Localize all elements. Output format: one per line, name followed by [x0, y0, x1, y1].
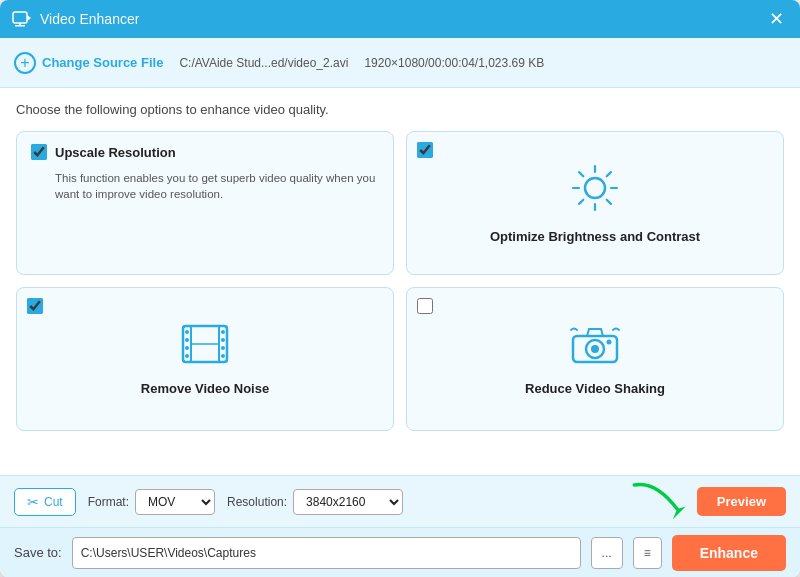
video-enhancer-window: Video Enhancer ✕ + Change Source File C:… — [0, 0, 800, 577]
checkbox-shake[interactable] — [417, 298, 433, 314]
change-source-label: Change Source File — [42, 55, 163, 70]
svg-point-23 — [221, 354, 225, 358]
svg-line-11 — [607, 172, 611, 176]
browse-folder-button[interactable]: ... — [591, 537, 623, 569]
svg-rect-0 — [13, 12, 27, 23]
checkbox-noise[interactable] — [27, 298, 43, 314]
checkbox-brightness[interactable] — [417, 142, 433, 158]
add-icon: + — [14, 52, 36, 74]
format-section: Format: MOV MP4 AVI MKV — [88, 489, 215, 515]
svg-point-21 — [221, 338, 225, 342]
bottom-toolbar: ✂ Cut Format: MOV MP4 AVI MKV Resolution… — [0, 475, 800, 527]
svg-point-19 — [185, 354, 189, 358]
file-path: C:/AVAide Stud...ed/video_2.avi — [179, 56, 348, 70]
svg-line-10 — [607, 200, 611, 204]
resolution-section: Resolution: 3840x2160 1920x1080 1280x720 — [227, 489, 403, 515]
main-content: Choose the following options to enhance … — [0, 88, 800, 475]
cut-label: Cut — [44, 495, 63, 509]
svg-line-9 — [579, 172, 583, 176]
sun-icon — [569, 162, 621, 221]
svg-point-28 — [607, 340, 612, 345]
option-title-noise: Remove Video Noise — [141, 381, 269, 396]
save-path-input[interactable] — [72, 537, 581, 569]
svg-line-12 — [579, 200, 583, 204]
svg-point-4 — [585, 178, 605, 198]
save-bar: Save to: ... ≡ Enhance — [0, 527, 800, 577]
option-title-shake: Reduce Video Shaking — [525, 381, 665, 396]
checkbox-upscale[interactable] — [31, 144, 47, 160]
svg-point-17 — [185, 338, 189, 342]
svg-point-27 — [591, 345, 599, 353]
option-card-upscale: Upscale Resolution This function enables… — [16, 131, 394, 275]
camera-icon — [569, 322, 621, 373]
enhance-button[interactable]: Enhance — [672, 535, 786, 571]
list-button[interactable]: ≡ — [633, 537, 662, 569]
format-label: Format: — [88, 495, 129, 509]
option-desc-upscale: This function enables you to get superb … — [31, 170, 379, 202]
subtitle-text: Choose the following options to enhance … — [16, 102, 784, 117]
resolution-label: Resolution: — [227, 495, 287, 509]
window-title: Video Enhancer — [40, 11, 764, 27]
source-toolbar: + Change Source File C:/AVAide Stud...ed… — [0, 38, 800, 88]
option-title-upscale: Upscale Resolution — [55, 145, 176, 160]
svg-marker-1 — [27, 15, 31, 21]
change-source-button[interactable]: + Change Source File — [14, 52, 163, 74]
svg-point-18 — [185, 346, 189, 350]
cut-button[interactable]: ✂ Cut — [14, 488, 76, 516]
svg-point-16 — [185, 330, 189, 334]
film-icon — [179, 322, 231, 373]
resolution-select[interactable]: 3840x2160 1920x1080 1280x720 — [293, 489, 403, 515]
file-info: 1920×1080/00:00:04/1,023.69 KB — [364, 56, 544, 70]
option-card-brightness: Optimize Brightness and Contrast — [406, 131, 784, 275]
title-bar: Video Enhancer ✕ — [0, 0, 800, 38]
options-grid: Upscale Resolution This function enables… — [16, 131, 784, 431]
option-card-shake: Reduce Video Shaking — [406, 287, 784, 431]
svg-point-22 — [221, 346, 225, 350]
option-title-brightness: Optimize Brightness and Contrast — [490, 229, 700, 244]
close-button[interactable]: ✕ — [764, 7, 788, 31]
svg-point-20 — [221, 330, 225, 334]
save-label: Save to: — [14, 545, 62, 560]
app-icon — [12, 9, 32, 29]
format-select[interactable]: MOV MP4 AVI MKV — [135, 489, 215, 515]
option-card-noise: Remove Video Noise — [16, 287, 394, 431]
svg-rect-2 — [15, 25, 25, 27]
preview-button[interactable]: Preview — [697, 487, 786, 516]
scissors-icon: ✂ — [27, 494, 39, 510]
